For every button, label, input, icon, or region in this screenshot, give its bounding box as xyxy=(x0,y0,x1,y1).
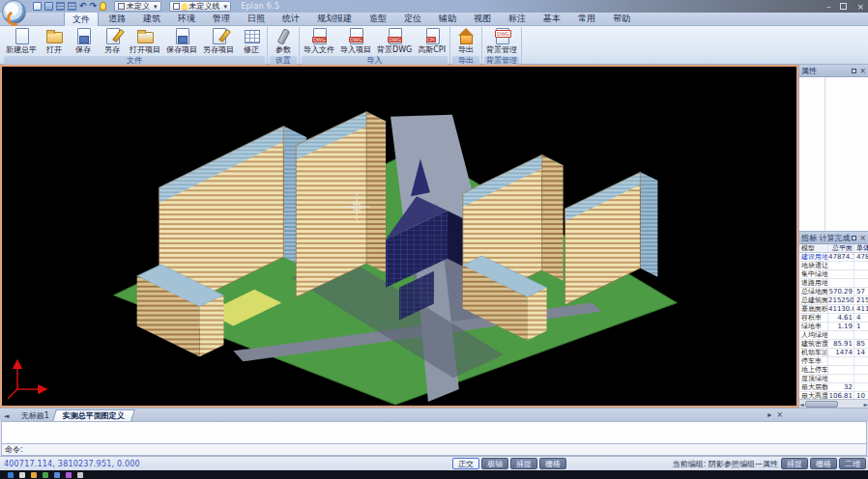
close-button[interactable]: × xyxy=(856,2,864,12)
ribbon-button-导入项目[interactable]: 导入项目 xyxy=(337,27,374,55)
menu-tab-环境[interactable]: 环境 xyxy=(170,12,203,26)
taskbar-app-icon[interactable] xyxy=(31,472,37,478)
taskbar-app-icon[interactable] xyxy=(43,472,48,478)
row-value: 570.29 xyxy=(828,288,854,296)
dock-close-icon[interactable]: × xyxy=(776,410,783,419)
ribbon-button-背景管理[interactable]: 背景管理 xyxy=(483,27,520,55)
pin-icon[interactable] xyxy=(852,69,856,73)
ribbon-button-新建总平[interactable]: 新建总平 xyxy=(3,27,40,55)
tab-nav-right-icon[interactable]: ▸ xyxy=(767,410,771,419)
ribbon-button-另存[interactable]: 另存 xyxy=(98,27,127,55)
menu-tab-管理[interactable]: 管理 xyxy=(205,12,238,26)
menu-tab-道路[interactable]: 道路 xyxy=(101,12,133,26)
menu-tab-定位[interactable]: 定位 xyxy=(396,12,429,26)
styles-list-icon[interactable] xyxy=(68,2,76,11)
redo-icon[interactable]: ↷ xyxy=(90,2,98,11)
row-label: 建筑密度 xyxy=(799,340,828,348)
horizontal-scrollbar[interactable]: ◄ ► xyxy=(799,399,868,408)
scroll-left-icon[interactable]: ◄ xyxy=(799,401,804,408)
table-row[interactable]: 建设用地47874.38478 xyxy=(799,253,868,262)
ribbon-button-保存项目[interactable]: 保存项目 xyxy=(163,27,200,55)
table-row[interactable]: 建筑密度85.9185 xyxy=(799,340,868,349)
pin-icon[interactable] xyxy=(852,236,856,240)
ribbon-button-保存[interactable]: 保存 xyxy=(69,27,98,55)
linetype-dropdown[interactable]: 未定义线 ▾ xyxy=(169,1,232,12)
command-output[interactable] xyxy=(1,421,867,444)
3d-viewport[interactable] xyxy=(0,65,798,408)
menu-tab-日照[interactable]: 日照 xyxy=(240,12,273,26)
table-row[interactable]: 最大层数32 xyxy=(799,383,868,392)
menu-tab-标注[interactable]: 标注 xyxy=(501,12,534,26)
menu-tab-造型[interactable]: 造型 xyxy=(362,12,394,26)
ribbon-button-导出[interactable]: 导出 xyxy=(451,27,480,55)
window-title: Eplan 6.5 xyxy=(241,2,279,11)
table-row[interactable]: 集中绿地 xyxy=(799,270,868,279)
bulb-icon[interactable] xyxy=(100,2,106,11)
ribbon-button-修正[interactable]: 修正 xyxy=(237,27,266,55)
taskbar-app-icon[interactable] xyxy=(66,472,72,478)
layer-dropdown[interactable]: 未定义 ▾ xyxy=(114,1,161,12)
app-logo-icon[interactable] xyxy=(2,0,26,24)
undo-icon[interactable]: ↶ xyxy=(79,2,87,11)
table-row[interactable]: 基底面积41130.05411 xyxy=(799,305,868,314)
document-tab-bar: ◄ 无标题1实测总平面图定义▸× xyxy=(0,409,868,421)
table-row[interactable]: 容积率4.614 xyxy=(799,314,868,323)
taskbar-app-icon[interactable] xyxy=(77,472,83,478)
status-toggle-正交[interactable]: 正交 xyxy=(452,458,479,469)
menu-tab-辅助[interactable]: 辅助 xyxy=(431,12,464,26)
start-button-icon[interactable] xyxy=(8,472,14,478)
table-row[interactable]: 停车率 xyxy=(799,357,868,366)
ribbon-button-导入文件[interactable]: 导入文件 xyxy=(301,27,337,55)
search-icon[interactable] xyxy=(19,472,25,478)
close-icon[interactable]: × xyxy=(859,234,866,242)
menu-tab-基本[interactable]: 基本 xyxy=(535,12,568,26)
maximize-button[interactable] xyxy=(840,2,847,12)
table-row[interactable]: 总绿地面积570.2957 xyxy=(799,288,868,296)
tab-nav-left-icon[interactable]: ◄ xyxy=(4,412,9,420)
ribbon-button-打开项目[interactable]: 打开项目 xyxy=(127,27,163,55)
ribbon-button-背景DWG[interactable]: 背景DWG xyxy=(374,27,415,55)
menu-tab-统计[interactable]: 统计 xyxy=(275,12,307,26)
ribbon-button-参数[interactable]: 参数 xyxy=(269,27,298,55)
menu-bar: 文件道路建筑环境管理日照统计规划报建造型定位辅助视图标注基本常用帮助 xyxy=(0,13,868,26)
table-row[interactable]: 绿地率1.191 xyxy=(799,323,868,331)
row-value xyxy=(854,357,868,365)
application-window: ↶ ↷ 未定义 ▾ 未定义线 ▾ Eplan 6.5 – × 文件道路建筑环境管… xyxy=(0,0,868,479)
table-row[interactable]: 地块退让用地 xyxy=(799,262,868,270)
minimize-button[interactable]: – xyxy=(826,2,831,12)
scrollbar-thumb[interactable] xyxy=(805,401,838,408)
ribbon-button-另存项目[interactable]: 另存项目 xyxy=(200,27,237,55)
menu-tab-规划报建[interactable]: 规划报建 xyxy=(309,12,360,26)
close-icon[interactable]: × xyxy=(859,67,866,75)
table-row[interactable]: 屋顶绿地 xyxy=(799,375,868,383)
menu-tab-建筑[interactable]: 建筑 xyxy=(135,12,168,26)
table-row[interactable]: 道路用地 xyxy=(799,279,868,288)
ribbon-button-高斯CPI[interactable]: 高斯CPI xyxy=(415,27,448,55)
table-row[interactable]: 地上停车场 xyxy=(799,366,868,375)
scroll-right-icon[interactable]: ► xyxy=(863,401,868,408)
coordinates-readout: 400717.114, 3810237.951, 0.000 xyxy=(4,460,207,468)
menu-tab-常用[interactable]: 常用 xyxy=(570,12,603,26)
row-label: 道路用地 xyxy=(799,279,828,287)
layers-list-icon[interactable] xyxy=(56,2,65,11)
taskbar-app-icon[interactable] xyxy=(54,472,60,478)
new-icon[interactable] xyxy=(33,2,42,11)
table-row[interactable]: 人均绿地面积 xyxy=(799,331,868,340)
ribbon-button-打开[interactable]: 打开 xyxy=(40,27,69,55)
document-tab-实测总平面图定义[interactable]: 实测总平面图定义 xyxy=(53,409,136,421)
table-row[interactable]: 最大高度106.8110 xyxy=(799,392,868,399)
status-toggle-栅格[interactable]: 栅格 xyxy=(810,458,837,469)
status-toggle-捕捉[interactable]: 捕捉 xyxy=(781,458,808,469)
status-toggle-栅格[interactable]: 栅格 xyxy=(539,458,566,469)
menu-tab-帮助[interactable]: 帮助 xyxy=(605,12,638,26)
menu-tab-视图[interactable]: 视图 xyxy=(466,12,499,26)
status-toggle-捕捉[interactable]: 捕捉 xyxy=(510,458,537,469)
menu-tab-文件[interactable]: 文件 xyxy=(64,12,99,27)
command-input-line[interactable]: 命令: xyxy=(1,444,867,456)
table-row[interactable]: 机动车泊位147414 xyxy=(799,349,868,357)
table-row[interactable]: 总建筑面积215250...215 xyxy=(799,296,868,305)
status-toggle-二维[interactable]: 二维 xyxy=(839,458,866,469)
status-toggle-极轴[interactable]: 极轴 xyxy=(481,458,508,469)
row-label: 停车率 xyxy=(799,357,828,365)
open-icon[interactable] xyxy=(44,2,53,11)
